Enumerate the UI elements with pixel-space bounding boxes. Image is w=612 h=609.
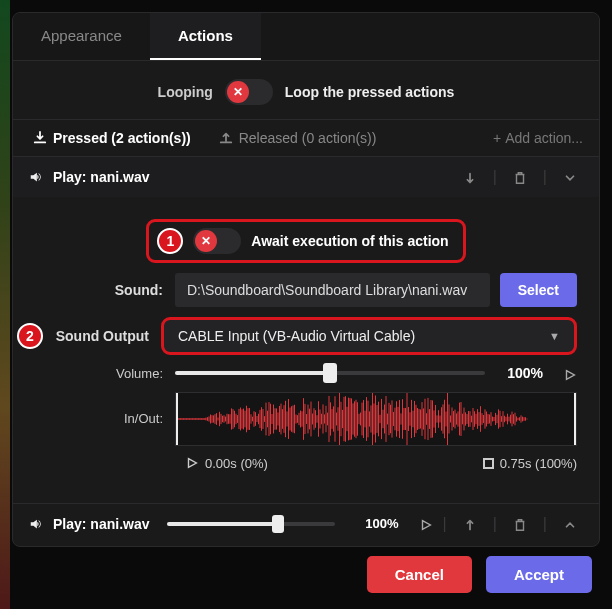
await-label: Await execution of this action <box>251 233 448 249</box>
waveform[interactable] <box>175 392 577 446</box>
subtab-pressed[interactable]: Pressed (2 action(s)) <box>29 120 195 156</box>
action-2-header: Play: nani.wav 100% | | | <box>13 503 599 546</box>
tab-actions[interactable]: Actions <box>150 13 261 60</box>
looping-row: Looping ✕ Loop the pressed actions <box>13 61 599 119</box>
volume-preview-button[interactable] <box>563 365 577 381</box>
chevron-down-icon: ▼ <box>549 330 560 342</box>
action-1-header: Play: nani.wav | | <box>13 157 599 197</box>
arrow-up-icon <box>463 518 477 532</box>
stop-icon <box>483 458 494 469</box>
download-icon <box>33 131 47 145</box>
dialog-footer: Cancel Accept <box>367 556 592 593</box>
dialog-window: Appearance Actions Looping ✕ Loop the pr… <box>12 12 600 547</box>
volume-label: Volume: <box>35 366 175 381</box>
sound-output-value: CABLE Input (VB-Audio Virtual Cable) <box>178 328 415 344</box>
chevron-down-icon <box>563 171 577 185</box>
accept-button[interactable]: Accept <box>486 556 592 593</box>
sound-row: Sound: Select <box>35 273 577 307</box>
sound-output-row: 2 Sound Output CABLE Input (VB-Audio Vir… <box>17 317 577 355</box>
action-1-title: Play: nani.wav <box>53 169 447 185</box>
in-readout: 0.00s (0%) <box>205 456 268 471</box>
inout-row: In/Out: <box>35 392 577 446</box>
subtab-released-label: Released (0 action(s)) <box>239 130 377 146</box>
subtab-pressed-label: Pressed (2 action(s)) <box>53 130 191 146</box>
await-toggle[interactable]: ✕ <box>193 228 241 254</box>
action-2-volume-slider[interactable] <box>167 522 335 526</box>
speaker-icon <box>29 170 43 184</box>
select-sound-button[interactable]: Select <box>500 273 577 307</box>
trash-icon <box>513 171 527 185</box>
play-icon <box>419 518 433 532</box>
looping-label-left: Looping <box>158 84 213 100</box>
volume-value: 100% <box>495 365 543 381</box>
cancel-button[interactable]: Cancel <box>367 556 472 593</box>
annotation-1-box: 1 ✕ Await execution of this action <box>146 219 465 263</box>
sound-output-select[interactable]: CABLE Input (VB-Audio Virtual Cable) ▼ <box>161 317 577 355</box>
upload-icon <box>219 131 233 145</box>
volume-slider[interactable] <box>175 371 485 375</box>
subtab-released[interactable]: Released (0 action(s)) <box>215 120 381 156</box>
annotation-badge-2: 2 <box>17 323 43 349</box>
add-action-button[interactable]: +Add action... <box>493 120 583 156</box>
action-1-content: 1 ✕ Await execution of this action Sound… <box>13 197 599 488</box>
volume-row: Volume: 100% <box>35 365 577 381</box>
play-icon <box>185 456 199 470</box>
plus-icon: + <box>493 130 501 146</box>
left-color-edge <box>0 0 10 609</box>
looping-label-right: Loop the pressed actions <box>285 84 455 100</box>
main-tabs: Appearance Actions <box>13 13 599 61</box>
await-row: 1 ✕ Await execution of this action <box>35 219 577 263</box>
play-icon <box>563 368 577 382</box>
add-action-label: Add action... <box>505 130 583 146</box>
tab-appearance[interactable]: Appearance <box>13 13 150 60</box>
action-2-title: Play: nani.wav <box>53 516 149 532</box>
delete-button[interactable] <box>507 514 533 534</box>
inout-readout-row: 0.00s (0%) 0.75s (100%) <box>35 456 577 471</box>
trash-icon <box>513 518 527 532</box>
action-subtabs: Pressed (2 action(s)) Released (0 action… <box>13 119 599 157</box>
move-down-button[interactable] <box>457 167 483 187</box>
inout-label: In/Out: <box>35 411 175 426</box>
sound-path-input[interactable] <box>175 273 490 307</box>
out-readout: 0.75s (100%) <box>500 456 577 471</box>
chevron-up-icon <box>563 518 577 532</box>
sound-output-label: Sound Output <box>49 328 161 344</box>
annotation-badge-1: 1 <box>157 228 183 254</box>
action-2-preview-button[interactable] <box>419 516 433 532</box>
close-icon: ✕ <box>227 81 249 103</box>
waveform-svg <box>176 393 576 445</box>
arrow-down-icon <box>463 171 477 185</box>
move-up-button[interactable] <box>457 514 483 534</box>
delete-button[interactable] <box>507 167 533 187</box>
in-marker[interactable] <box>176 393 178 445</box>
action-2-volume-value: 100% <box>353 516 398 531</box>
out-marker[interactable] <box>574 393 576 445</box>
sound-label: Sound: <box>35 282 175 298</box>
close-icon: ✕ <box>195 230 217 252</box>
expand-button[interactable] <box>557 514 583 534</box>
collapse-button[interactable] <box>557 167 583 187</box>
looping-toggle[interactable]: ✕ <box>225 79 273 105</box>
speaker-icon <box>29 517 43 531</box>
